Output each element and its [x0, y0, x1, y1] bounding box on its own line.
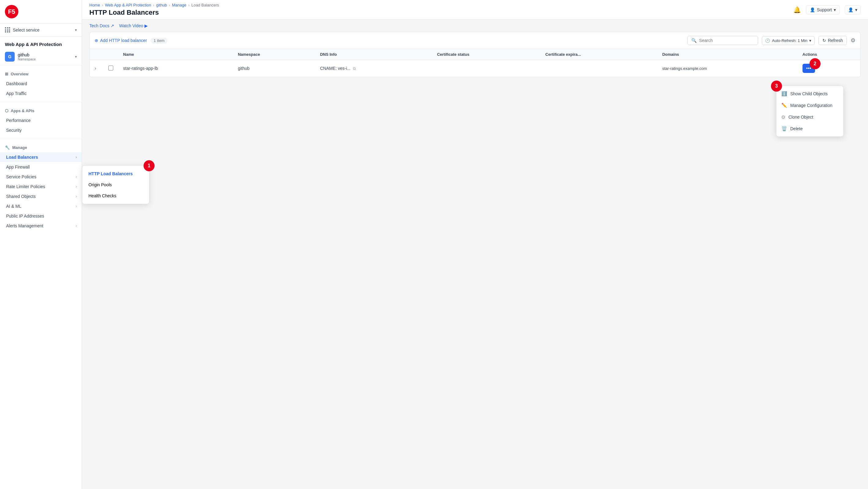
service-selector-label: Select service	[13, 28, 39, 32]
submenu-item-origin-pools[interactable]: Origin Pools	[82, 179, 149, 190]
user-icon: 👤	[848, 7, 853, 12]
sidebar-item-service-policies[interactable]: Service Policies ›	[0, 172, 82, 182]
sidebar-item-rate-limiter[interactable]: Rate Limiter Policies ›	[0, 182, 82, 192]
topbar-left: Home › Web App & API Protection › github…	[89, 3, 219, 17]
main-content: Home › Web App & API Protection › github…	[82, 0, 868, 489]
row-checkbox[interactable]	[108, 65, 113, 70]
f5-logo: F5	[5, 5, 18, 19]
sidebar-item-shared-objects[interactable]: Shared Objects ›	[0, 192, 82, 201]
breadcrumb-manage[interactable]: Manage	[172, 3, 186, 7]
search-input[interactable]	[699, 38, 754, 43]
support-label: Support	[817, 7, 832, 12]
col-cert-status: Certificate status	[432, 49, 540, 60]
action-show-child-objects[interactable]: ℹ️ Show Child Objects	[776, 88, 843, 99]
action-delete[interactable]: 🗑️ Delete	[776, 123, 843, 135]
service-selector[interactable]: Select service ▾	[0, 24, 82, 37]
settings-gear-button[interactable]: ⚙	[850, 37, 856, 44]
expand-row-button[interactable]: ›	[95, 65, 96, 71]
sidebar-item-dashboard[interactable]: Dashboard	[0, 79, 82, 89]
domains-cell: star-ratings.example.com	[657, 60, 798, 77]
col-actions: Actions	[798, 49, 860, 60]
expand-col-header	[90, 49, 103, 60]
breadcrumb-waap[interactable]: Web App & API Protection	[105, 3, 151, 7]
info-circle-icon: ℹ️	[781, 91, 787, 96]
sidebar-item-load-balancers[interactable]: Load Balancers ›	[0, 152, 82, 162]
auto-refresh-chevron-icon: ▾	[809, 38, 811, 43]
nav-group-overview-title: ⊞ Overview	[0, 69, 82, 79]
breadcrumb-sep-4: ›	[188, 3, 189, 7]
search-icon: 🔍	[691, 38, 696, 43]
user-chevron-icon: ▾	[855, 7, 857, 12]
clone-icon: ⊙	[781, 114, 785, 120]
page-title: HTTP Load Balancers	[89, 7, 219, 17]
watch-video-icon: ▶	[145, 23, 148, 28]
namespace-name: github	[18, 52, 72, 57]
grid-icon	[5, 27, 10, 33]
action-clone-object[interactable]: ⊙ Clone Object	[776, 111, 843, 123]
action-dropdown-menu: 3 ℹ️ Show Child Objects ✏️ Manage Config…	[776, 86, 843, 137]
overview-icon: ⊞	[5, 72, 8, 76]
tech-docs-link[interactable]: Tech Docs ↗	[89, 23, 114, 28]
table-container: ⊕ Add HTTP load balancer 1 item 🔍 🕐 Auto…	[89, 32, 861, 77]
search-box[interactable]: 🔍	[687, 36, 758, 45]
breadcrumb-home[interactable]: Home	[89, 3, 100, 7]
col-dns-info: DNS Info	[315, 49, 432, 60]
sidebar-section-title: Web App & API Protection	[0, 37, 82, 49]
support-chevron-icon: ▾	[834, 7, 836, 12]
submenu-item-http-lb[interactable]: HTTP Load Balancers	[82, 168, 149, 179]
breadcrumb-sep-3: ›	[169, 3, 170, 7]
user-profile-button[interactable]: 👤 ▾	[845, 5, 861, 15]
support-button[interactable]: 👤 Support ▾	[806, 5, 840, 15]
expand-cell: ›	[90, 60, 103, 77]
manage-icon: 🔧	[5, 145, 10, 150]
add-icon: ⊕	[95, 38, 98, 43]
table-header-row: Name Namespace DNS Info Certificate stat…	[90, 49, 860, 60]
sidebar-item-public-ip[interactable]: Public IP Addresses	[0, 211, 82, 221]
clock-icon: 🕐	[765, 38, 770, 43]
watch-video-link[interactable]: Watch Video ▶	[119, 23, 148, 28]
copy-dns-icon[interactable]: ⧉	[353, 66, 355, 71]
sidebar-logo: F5	[0, 0, 82, 24]
step-badge-3: 3	[771, 81, 782, 92]
sidebar-item-app-firewall[interactable]: App Firewall	[0, 162, 82, 172]
topbar: Home › Web App & API Protection › github…	[82, 0, 868, 20]
nav-group-apps-title: ⬡ Apps & APIs	[0, 106, 82, 116]
table-toolbar: ⊕ Add HTTP load balancer 1 item 🔍 🕐 Auto…	[90, 32, 860, 49]
content-area: Tech Docs ↗ Watch Video ▶ ⊕ Add HTTP loa…	[82, 20, 868, 489]
rate-limiter-chevron-icon: ›	[75, 184, 77, 189]
checkbox-col-header	[103, 49, 118, 60]
breadcrumb-github[interactable]: github	[156, 3, 167, 7]
topbar-actions: 🔔 👤 Support ▾ 👤 ▾	[793, 5, 861, 15]
step-badge-2: 2	[810, 58, 820, 69]
col-namespace: Namespace	[233, 49, 315, 60]
action-manage-configuration[interactable]: ✏️ Manage Configuration	[776, 99, 843, 111]
sidebar-item-app-traffic[interactable]: App Traffic	[0, 89, 82, 98]
service-policies-chevron-icon: ›	[75, 175, 77, 179]
sidebar-item-alerts[interactable]: Alerts Management ›	[0, 221, 82, 231]
actions-cell: ••• 2	[798, 60, 860, 77]
add-http-lb-button[interactable]: ⊕ Add HTTP load balancer	[95, 38, 147, 43]
breadcrumb: Home › Web App & API Protection › github…	[89, 3, 219, 7]
auto-refresh-selector[interactable]: 🕐 Auto-Refresh: 1 Min ▾	[762, 36, 815, 45]
nav-group-manage: 🔧 Manage Load Balancers › App Firewall S…	[0, 140, 82, 233]
step-badge-1: 1	[144, 160, 155, 171]
submenu-item-health-checks[interactable]: Health Checks	[82, 190, 149, 201]
col-domains: Domains	[657, 49, 798, 60]
tech-docs-icon: ↗	[111, 23, 114, 28]
refresh-button[interactable]: ↻ Refresh	[818, 36, 847, 45]
sidebar-item-security[interactable]: Security	[0, 125, 82, 135]
name-cell: star-ratings-app-lb	[118, 60, 233, 77]
sidebar-item-performance[interactable]: Performance	[0, 116, 82, 125]
namespace-item[interactable]: G github Namespace ▾	[0, 49, 82, 64]
chevron-down-icon: ▾	[75, 28, 77, 32]
nav-group-apps: ⬡ Apps & APIs Performance Security	[0, 104, 82, 138]
checkbox-cell	[103, 60, 118, 77]
notification-bell-button[interactable]: 🔔	[793, 6, 801, 13]
namespace-type: Namespace	[18, 57, 72, 61]
sidebar-item-ai-ml[interactable]: AI & ML ›	[0, 201, 82, 211]
namespace-cell: github	[233, 60, 315, 77]
cert-status-cell	[432, 60, 540, 77]
namespace-avatar: G	[5, 52, 15, 62]
namespace-chevron-icon: ▾	[75, 55, 77, 59]
breadcrumb-sep-1: ›	[102, 3, 103, 7]
